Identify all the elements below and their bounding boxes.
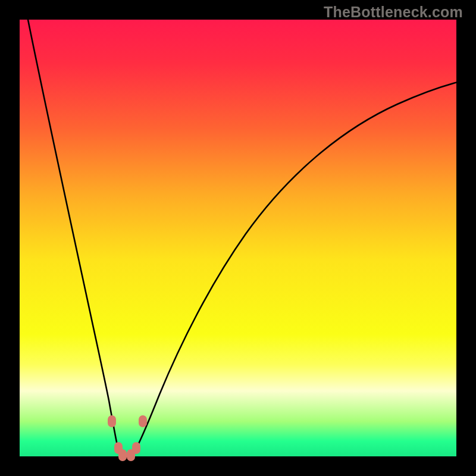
- svg-rect-5: [132, 442, 140, 454]
- svg-rect-6: [139, 415, 147, 427]
- watermark-text: TheBottleneck.com: [324, 4, 463, 21]
- svg-rect-1: [108, 415, 116, 427]
- chart-frame: [20, 20, 456, 456]
- bottleneck-curve: [20, 20, 456, 456]
- svg-rect-3: [118, 449, 127, 461]
